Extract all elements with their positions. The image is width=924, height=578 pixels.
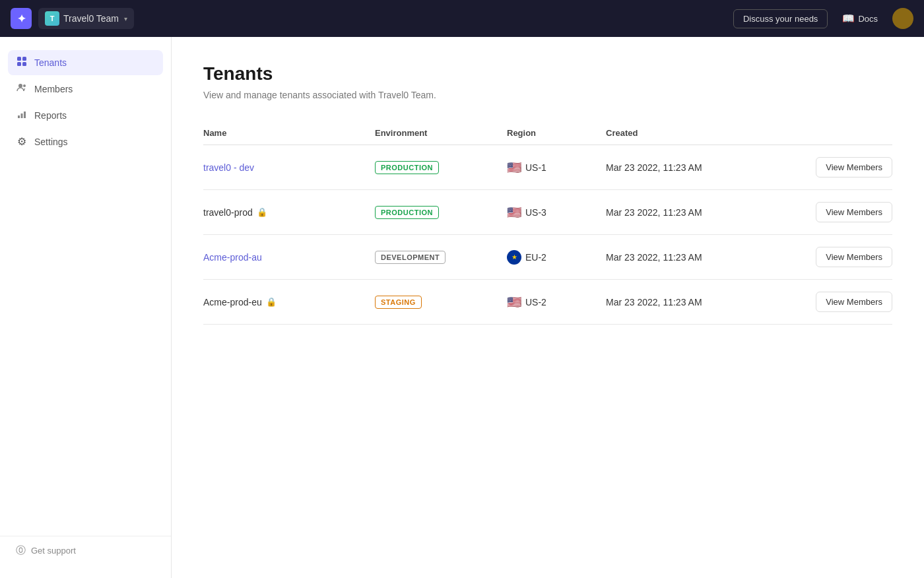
main-layout: Tenants Members [0,37,924,578]
sidebar-item-settings[interactable]: ⚙ Settings [8,129,163,154]
col-header-action [764,121,892,145]
col-header-created: Created [606,121,764,145]
svg-rect-8 [24,112,26,118]
main-content: Tenants View and manage tenants associat… [172,37,924,578]
tenant-name-link[interactable]: travel0 - dev [203,162,254,173]
eu-flag-icon: ★ [507,250,521,265]
svg-point-4 [18,84,22,88]
created-date: Mar 23 2022, 11:23 AM [606,280,764,325]
chevron-down-icon: ▾ [124,15,127,22]
table-header: Name Environment Region Created [203,121,892,145]
svg-rect-3 [22,62,26,66]
page-title: Tenants [203,63,892,84]
view-members-button[interactable]: View Members [816,157,892,177]
region-label: EU-2 [525,252,546,263]
table-row: Acme-prod-auDEVELOPMENT★EU-2Mar 23 2022,… [203,235,892,280]
svg-rect-6 [18,115,20,118]
region-cell: ★EU-2 [507,250,606,265]
col-header-environment: Environment [375,121,507,145]
region-cell: 🇺🇸US-3 [507,205,606,220]
region-label: US-2 [525,297,546,307]
sidebar-item-reports[interactable]: Reports [8,103,163,128]
us-flag-icon: 🇺🇸 [507,295,521,309]
docs-label: Docs [858,14,878,24]
tenant-name: travel0-prod 🔒 [203,207,375,218]
tenants-icon [16,56,28,69]
view-members-button[interactable]: View Members [816,292,892,312]
get-support-label: Get support [31,546,76,556]
book-icon: 📖 [842,13,855,24]
get-support-button[interactable]: ⓪ Get support [16,544,155,557]
sidebar: Tenants Members [0,37,172,578]
svg-rect-2 [17,62,21,66]
app-logo: ✦ [11,8,32,29]
view-members-button[interactable]: View Members [816,202,892,222]
created-date: Mar 23 2022, 11:23 AM [606,235,764,280]
lock-icon: 🔒 [266,297,277,307]
sidebar-nav: Tenants Members [0,50,171,536]
user-avatar[interactable] [892,8,913,29]
environment-badge: PRODUCTION [375,161,439,174]
table-row: travel0-prod 🔒PRODUCTION🇺🇸US-3Mar 23 202… [203,190,892,235]
lock-icon: 🔒 [257,207,267,217]
sidebar-item-members[interactable]: Members [8,77,163,102]
support-icon: ⓪ [16,544,26,557]
region-label: US-1 [525,162,546,173]
created-date: Mar 23 2022, 11:23 AM [606,145,764,190]
us-flag-icon: 🇺🇸 [507,205,521,220]
sidebar-item-label-settings: Settings [34,137,68,147]
view-members-button[interactable]: View Members [816,247,892,267]
tenant-name: Acme-prod-eu 🔒 [203,297,375,307]
docs-button[interactable]: 📖 Docs [836,9,884,28]
team-icon: T [45,11,59,26]
environment-badge: STAGING [375,296,422,309]
table-row: travel0 - devPRODUCTION🇺🇸US-1Mar 23 2022… [203,145,892,190]
region-cell: 🇺🇸US-2 [507,295,606,309]
reports-icon [16,109,28,122]
team-name: Travel0 Team [63,13,119,24]
members-icon [16,82,28,96]
topnav: ✦ T Travel0 Team ▾ Discuss your needs 📖 … [0,0,924,37]
topnav-right: Discuss your needs 📖 Docs [733,8,913,29]
us-flag-icon: 🇺🇸 [507,160,521,175]
col-header-name: Name [203,121,375,145]
sidebar-item-label-members: Members [34,84,73,94]
sidebar-item-label-reports: Reports [34,110,67,121]
svg-rect-0 [17,57,21,61]
page-subtitle: View and manage tenants associated with … [203,90,892,100]
environment-badge: PRODUCTION [375,206,439,219]
team-selector[interactable]: T Travel0 Team ▾ [38,8,134,29]
settings-icon: ⚙ [16,135,28,148]
sidebar-item-label-tenants: Tenants [34,57,67,68]
table-row: Acme-prod-eu 🔒STAGING🇺🇸US-2Mar 23 2022, … [203,280,892,325]
topnav-left: ✦ T Travel0 Team ▾ [11,8,134,29]
region-label: US-3 [525,207,546,218]
table-body: travel0 - devPRODUCTION🇺🇸US-1Mar 23 2022… [203,145,892,325]
svg-point-5 [23,84,26,87]
svg-rect-7 [21,113,23,118]
tenants-table: Name Environment Region Created travel0 … [203,121,892,325]
discuss-needs-button[interactable]: Discuss your needs [733,9,828,28]
col-header-region: Region [507,121,606,145]
created-date: Mar 23 2022, 11:23 AM [606,190,764,235]
svg-rect-1 [22,57,26,61]
tenant-name-link[interactable]: Acme-prod-au [203,252,262,263]
sidebar-bottom: ⓪ Get support [0,536,171,565]
environment-badge: DEVELOPMENT [375,251,446,264]
region-cell: 🇺🇸US-1 [507,160,606,175]
sidebar-item-tenants[interactable]: Tenants [8,50,163,75]
